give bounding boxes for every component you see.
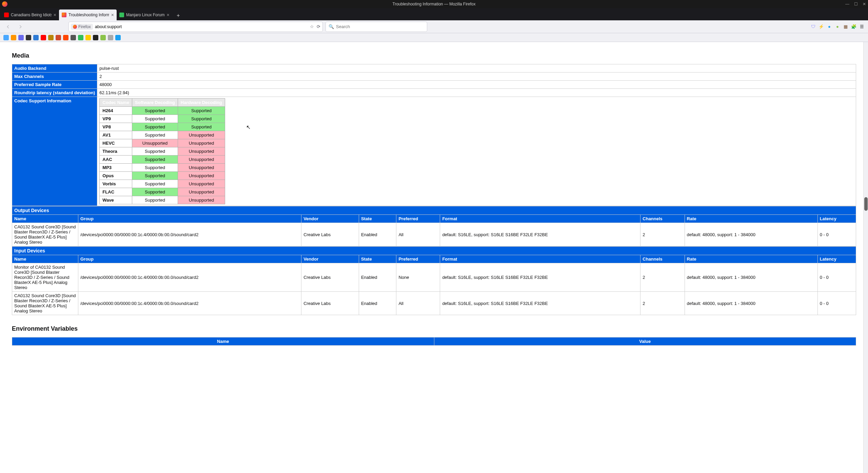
navigation-toolbar: Firefox ☆ ⟳ 🔍 🛡 ⚡ ● ● ▦ 🧩 ☰ (0, 20, 868, 33)
youtube-icon (4, 13, 9, 17)
search-bar[interactable]: 🔍 (326, 22, 427, 32)
extension-icon[interactable]: ▦ (843, 24, 848, 29)
codec-name: Wave (100, 196, 132, 204)
codec-sw: Supported (132, 123, 178, 131)
bookmark-item[interactable] (78, 35, 83, 40)
column-header: Name (12, 255, 78, 263)
codec-hw: Unsupported (178, 147, 225, 156)
prop-value: pulse-rust (97, 64, 856, 73)
codec-name: VP9 (100, 115, 132, 123)
scrollbar-thumb[interactable] (864, 197, 868, 211)
device-vendor: Creative Labs (301, 223, 359, 246)
tab-manjaro[interactable]: Manjaro Linux Forum × (117, 9, 172, 20)
content-viewport[interactable]: Media Audio Backend pulse-rust Max Chann… (0, 42, 868, 473)
device-latency: 0 - 0 (817, 292, 856, 315)
close-window-button[interactable]: ✕ (863, 2, 866, 6)
prop-label: Audio Backend (12, 64, 97, 73)
device-name: CA0132 Sound Core3D [Sound Blaster Recon… (12, 292, 78, 315)
codec-sw: Supported (132, 180, 178, 188)
codec-support-table: Codec Name Software Decoding Hardware De… (99, 98, 225, 204)
column-header: Channels (640, 255, 685, 263)
device-group: /devices/pci0000:00/0000:00:1c.4/0000:0b… (78, 292, 301, 315)
codec-sw: Supported (132, 131, 178, 139)
bookmark-item[interactable] (3, 35, 9, 40)
tab-about-support[interactable]: Troubleshooting Informati × (59, 9, 117, 20)
extension-icon[interactable]: ● (835, 24, 840, 29)
search-input[interactable] (336, 24, 424, 29)
bookmark-item[interactable] (41, 35, 46, 40)
prop-label: Preferred Sample Rate (12, 81, 97, 89)
column-header: Group (78, 255, 301, 263)
maximize-button[interactable]: ☐ (854, 2, 858, 6)
device-state: Enabled (359, 263, 396, 292)
column-header: Name (12, 215, 78, 223)
tab-close-icon[interactable]: × (111, 12, 114, 18)
tab-label: Troubleshooting Informati (68, 13, 109, 17)
back-button[interactable] (3, 22, 13, 32)
url-bar[interactable]: Firefox ☆ ⟳ (68, 22, 323, 32)
firefox-icon (2, 1, 7, 7)
manjaro-icon (119, 13, 124, 17)
column-header: Hardware Decoding (178, 99, 225, 107)
bookmark-item[interactable] (33, 35, 39, 40)
reload-icon[interactable]: ⟳ (317, 24, 320, 29)
bookmark-item[interactable] (56, 35, 61, 40)
table-row: FLACSupportedUnsupported (100, 188, 225, 196)
media-section-heading: Media (12, 52, 856, 59)
shield-icon[interactable]: 🛡 (810, 24, 816, 29)
bookmark-item[interactable] (115, 35, 121, 40)
column-header: State (359, 215, 396, 223)
bookmark-star-icon[interactable]: ☆ (310, 24, 314, 29)
column-header: Preferred (396, 215, 440, 223)
firefox-icon (62, 13, 66, 17)
toolbar-right: 🛡 ⚡ ● ● ▦ 🧩 ☰ (810, 24, 865, 29)
codec-hw: Unsupported (178, 139, 225, 147)
environment-variables-table: Name Value (12, 337, 856, 346)
table-row: Name Value (12, 337, 856, 346)
bookmark-item[interactable] (85, 35, 91, 40)
codec-name: FLAC (100, 188, 132, 196)
window-titlebar: Troubleshooting Information — Mozilla Fi… (0, 0, 868, 8)
scrollbar-track[interactable] (863, 42, 868, 473)
about-support-page: Media Audio Backend pulse-rust Max Chann… (0, 42, 868, 359)
extension-icon[interactable]: ⚡ (818, 24, 824, 29)
forward-button[interactable] (16, 22, 25, 32)
column-header: Preferred (396, 255, 440, 263)
column-header: Codec Name (100, 99, 132, 107)
table-row: OpusSupportedUnsupported (100, 172, 225, 180)
bookmark-item[interactable] (11, 35, 16, 40)
table-row: HEVCUnsupportedUnsupported (100, 139, 225, 147)
identity-box[interactable]: Firefox (71, 24, 93, 30)
column-header: Value (434, 337, 856, 346)
bookmark-item[interactable] (18, 35, 24, 40)
bookmark-item[interactable] (108, 35, 113, 40)
new-tab-button[interactable]: + (174, 11, 183, 20)
bookmark-item[interactable] (100, 35, 106, 40)
identity-label: Firefox (78, 24, 91, 29)
device-preferred: All (396, 292, 440, 315)
column-header: Latency (817, 215, 856, 223)
bookmark-item[interactable] (71, 35, 76, 40)
minimize-button[interactable]: — (845, 2, 849, 6)
tab-close-icon[interactable]: × (166, 12, 169, 18)
codec-sw: Supported (132, 188, 178, 196)
input-devices-heading: Input Devices (12, 247, 856, 255)
extension-icon[interactable]: ● (827, 24, 832, 29)
hamburger-menu-icon[interactable]: ☰ (859, 24, 865, 29)
codec-sw: Unsupported (132, 139, 178, 147)
url-input[interactable] (95, 24, 308, 29)
tab-youtube[interactable]: Canadians Being Idiots | F × (1, 9, 59, 20)
table-row: Roundtrip latency (standard deviation) 6… (12, 89, 856, 97)
bookmark-item[interactable] (93, 35, 98, 40)
bookmark-item[interactable] (26, 35, 31, 40)
table-row: VP8SupportedSupported (100, 123, 225, 131)
codec-sw: Supported (132, 107, 178, 115)
bookmark-item[interactable] (63, 35, 68, 40)
search-icon: 🔍 (329, 24, 334, 29)
tab-close-icon[interactable]: × (54, 12, 56, 18)
table-row: VorbisSupportedUnsupported (100, 180, 225, 188)
extensions-menu-icon[interactable]: 🧩 (851, 24, 856, 29)
bookmark-item[interactable] (48, 35, 54, 40)
codec-hw: Unsupported (178, 156, 225, 164)
table-row: Name Group Vendor State Preferred Format… (12, 255, 856, 263)
